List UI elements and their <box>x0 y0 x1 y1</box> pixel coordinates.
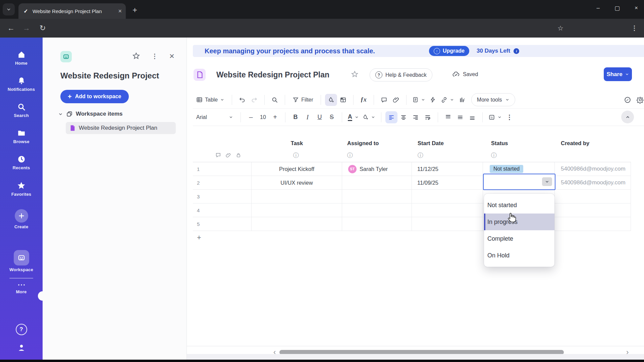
column-info-icon[interactable]: ⓘ <box>293 152 299 159</box>
column-header-task[interactable]: Task ⓘ <box>252 137 342 162</box>
dropdown-option-complete[interactable]: Complete <box>484 230 554 247</box>
underline-button[interactable]: U <box>314 111 326 123</box>
fill-color-button[interactable] <box>361 111 377 123</box>
sidebar-item-workspace[interactable]: Workspace <box>0 250 43 272</box>
row-actions-cell[interactable] <box>208 176 252 190</box>
comment-icon[interactable] <box>215 152 221 158</box>
sidebar-item-browse[interactable]: Browse <box>0 129 43 144</box>
browser-tab[interactable]: ✓ Website Redesign Project Plan × <box>18 3 126 19</box>
start-date-cell[interactable]: 11/12/25 <box>412 162 483 176</box>
align-center-button[interactable] <box>397 111 410 123</box>
comment-button[interactable] <box>378 94 390 106</box>
font-family-select[interactable]: Arial <box>193 111 236 123</box>
redo-button[interactable] <box>248 94 260 106</box>
column-info-icon[interactable]: ⓘ <box>491 152 497 159</box>
attachment-button[interactable] <box>390 94 402 106</box>
panel-close-icon[interactable]: × <box>169 52 174 60</box>
paperclip-icon[interactable] <box>226 153 231 158</box>
search-sheet-button[interactable] <box>269 94 281 106</box>
row-number[interactable]: 2 <box>193 176 208 190</box>
collapse-toolbar-button[interactable] <box>621 111 634 123</box>
sidebar-item-recents[interactable]: Recents <box>0 155 43 170</box>
dropdown-option-on-hold[interactable]: On Hold <box>484 247 554 264</box>
column-header-start-date[interactable]: Start Date ⓘ <box>412 137 483 162</box>
info-icon[interactable]: i <box>514 48 519 54</box>
browser-menu-icon[interactable]: ⋮ <box>631 23 638 33</box>
bold-button[interactable]: B <box>289 111 302 123</box>
lock-icon[interactable] <box>236 153 241 158</box>
forward-button[interactable]: → <box>23 23 30 33</box>
row-number[interactable]: 1 <box>193 162 208 176</box>
account-button[interactable] <box>0 343 43 353</box>
new-tab-button[interactable]: + <box>132 6 137 14</box>
filter-button[interactable]: Filter <box>289 94 317 106</box>
help-feedback-button[interactable]: ? Help & Feedback <box>370 68 432 81</box>
strikethrough-button[interactable]: S <box>326 111 338 123</box>
task-cell[interactable]: UI/UX review <box>252 176 342 190</box>
column-info-icon[interactable]: ⓘ <box>347 152 353 159</box>
row-number[interactable]: 3 <box>193 190 208 203</box>
cell-format-button[interactable] <box>337 94 349 106</box>
undo-button[interactable] <box>236 94 248 106</box>
chevron-down-icon[interactable] <box>58 112 63 117</box>
minimize-button[interactable]: – <box>597 5 600 12</box>
forms-button[interactable] <box>411 94 427 106</box>
column-header-created-by[interactable]: Created by <box>555 137 631 162</box>
row-number[interactable]: 5 <box>193 217 208 231</box>
formula-button[interactable]: ƒx <box>358 94 370 106</box>
italic-button[interactable]: I <box>302 111 314 123</box>
close-window-button[interactable]: × <box>635 5 638 12</box>
wrap-text-button[interactable] <box>422 111 434 123</box>
sidebar-item-more[interactable]: More <box>0 282 43 294</box>
activity-gauge-icon[interactable] <box>624 96 631 104</box>
add-row-button[interactable]: + <box>193 231 631 244</box>
back-button[interactable]: ← <box>7 23 15 33</box>
more-tools-button[interactable]: More tools <box>471 93 515 106</box>
paint-format-button[interactable] <box>325 94 337 106</box>
chart-button[interactable] <box>456 94 468 106</box>
status-cell-editor[interactable] <box>483 174 555 190</box>
valign-middle-button[interactable] <box>454 111 466 123</box>
help-button[interactable]: ? <box>0 324 43 335</box>
integrations-button[interactable] <box>439 94 456 106</box>
column-info-icon[interactable]: ⓘ <box>418 152 423 159</box>
sidebar-item-create[interactable]: Create <box>0 209 43 229</box>
favorite-star-icon[interactable] <box>132 52 140 60</box>
panel-menu-icon[interactable]: ⋮ <box>152 52 158 60</box>
dropdown-option-in-progress[interactable]: In progress <box>484 214 554 230</box>
font-size-increase-button[interactable]: + <box>269 111 281 123</box>
tab-close-icon[interactable]: × <box>118 8 122 14</box>
reload-button[interactable]: ↻ <box>40 23 46 33</box>
column-header-status[interactable]: Status ⓘ <box>483 137 555 162</box>
dropdown-toggle-button[interactable] <box>542 177 552 186</box>
add-to-workspace-button[interactable]: + Add to workspace <box>60 90 129 103</box>
sidebar-item-notifications[interactable]: Notifications <box>0 76 43 92</box>
tab-search-button[interactable] <box>3 3 15 15</box>
dropdown-option-not-started[interactable]: Not started <box>484 197 554 214</box>
maximize-button[interactable]: ▢ <box>614 5 620 12</box>
sidebar-item-favorites[interactable]: Favorites <box>0 181 43 197</box>
valign-top-button[interactable] <box>442 111 454 123</box>
sidebar-item-home[interactable]: Home <box>0 50 43 66</box>
automation-button[interactable] <box>427 94 439 106</box>
share-button[interactable]: Share <box>604 67 632 81</box>
assigned-to-cell[interactable]: ST Sarah Tyler <box>342 162 412 176</box>
cell-options-button[interactable] <box>487 111 503 123</box>
valign-bottom-button[interactable] <box>466 111 478 123</box>
column-header-assigned-to[interactable]: Assigned to ⓘ <box>342 137 412 162</box>
created-by-cell[interactable]: 5400986d@moodjoy.com <box>555 162 631 176</box>
sidebar-item-search[interactable]: Search <box>0 103 43 118</box>
task-cell[interactable]: Project Kickoff <box>252 162 342 176</box>
view-switcher-button[interactable]: Table <box>193 94 228 106</box>
font-size-value[interactable]: 10 <box>257 111 269 123</box>
upgrade-button[interactable]: ↑ Upgrade <box>429 46 469 56</box>
created-by-cell[interactable]: 5400986d@moodjoy.com <box>555 176 631 190</box>
bookmark-star-icon[interactable]: ☆ <box>557 23 564 33</box>
align-right-button[interactable] <box>410 111 422 123</box>
sheet-tree-item[interactable]: Website Redesign Project Plan <box>66 122 176 134</box>
format-overflow-menu[interactable]: ⋮ <box>503 111 516 123</box>
row-number[interactable]: 4 <box>193 203 208 217</box>
assigned-to-cell[interactable] <box>342 176 412 190</box>
start-date-cell[interactable]: 11/09/25 <box>412 176 483 190</box>
text-color-button[interactable]: A <box>346 111 361 123</box>
